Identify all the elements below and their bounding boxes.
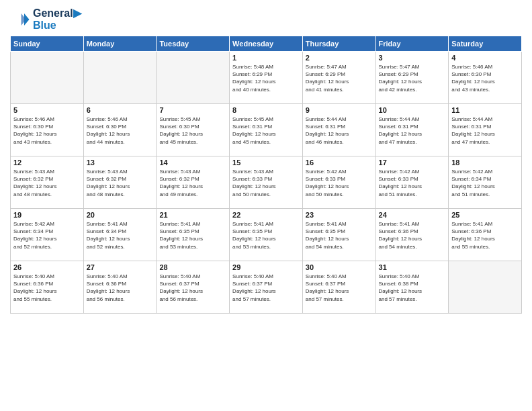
day-info: Sunrise: 5:45 AM Sunset: 6:30 PM Dayligh… [159,116,226,146]
day-number: 23 [306,211,373,219]
logo-icon [10,9,30,30]
day-number: 3 [379,54,446,62]
day-number: 8 [232,106,300,114]
day-info: Sunrise: 5:42 AM Sunset: 6:33 PM Dayligh… [379,168,446,198]
calendar-cell [157,52,230,104]
calendar-cell: 6Sunrise: 5:46 AM Sunset: 6:30 PM Daylig… [83,104,157,156]
day-info: Sunrise: 5:42 AM Sunset: 6:34 PM Dayligh… [13,220,81,250]
calendar-cell: 31Sunrise: 5:40 AM Sunset: 6:38 PM Dayli… [375,261,449,314]
calendar-page: General▶ Blue SundayMondayTuesdayWednesd… [0,0,532,411]
calendar-cell: 30Sunrise: 5:40 AM Sunset: 6:37 PM Dayli… [302,261,375,314]
calendar-cell: 26Sunrise: 5:40 AM Sunset: 6:36 PM Dayli… [11,261,84,314]
day-info: Sunrise: 5:43 AM Sunset: 6:32 PM Dayligh… [13,168,81,198]
day-info: Sunrise: 5:43 AM Sunset: 6:32 PM Dayligh… [159,168,226,198]
day-info: Sunrise: 5:41 AM Sunset: 6:35 PM Dayligh… [232,220,300,250]
calendar-cell: 2Sunrise: 5:47 AM Sunset: 6:29 PM Daylig… [302,52,375,104]
day-number: 13 [87,158,154,167]
day-number: 24 [379,211,446,219]
day-info: Sunrise: 5:46 AM Sunset: 6:30 PM Dayligh… [13,116,81,146]
day-info: Sunrise: 5:44 AM Sunset: 6:31 PM Dayligh… [306,116,373,146]
calendar-cell: 14Sunrise: 5:43 AM Sunset: 6:32 PM Dayli… [157,156,230,209]
day-number: 22 [232,211,300,219]
calendar-cell: 25Sunrise: 5:41 AM Sunset: 6:36 PM Dayli… [449,209,522,261]
day-number: 17 [379,158,446,167]
day-info: Sunrise: 5:42 AM Sunset: 6:34 PM Dayligh… [451,168,519,198]
day-info: Sunrise: 5:40 AM Sunset: 6:38 PM Dayligh… [379,273,446,303]
calendar-cell [11,52,84,104]
calendar-cell: 19Sunrise: 5:42 AM Sunset: 6:34 PM Dayli… [11,209,84,261]
day-info: Sunrise: 5:41 AM Sunset: 6:35 PM Dayligh… [159,220,226,250]
weekday-header-wednesday: Wednesday [230,36,303,52]
day-number: 31 [379,263,446,271]
calendar-cell: 22Sunrise: 5:41 AM Sunset: 6:35 PM Dayli… [230,209,303,261]
day-number: 21 [159,211,226,219]
day-info: Sunrise: 5:44 AM Sunset: 6:31 PM Dayligh… [379,116,446,146]
calendar-cell: 7Sunrise: 5:45 AM Sunset: 6:30 PM Daylig… [157,104,230,156]
day-info: Sunrise: 5:47 AM Sunset: 6:29 PM Dayligh… [379,63,446,93]
day-number: 20 [87,211,154,219]
day-number: 14 [159,158,226,167]
day-number: 25 [451,211,519,219]
calendar-cell: 1Sunrise: 5:48 AM Sunset: 6:29 PM Daylig… [230,52,303,104]
day-info: Sunrise: 5:40 AM Sunset: 6:37 PM Dayligh… [232,273,300,303]
day-number: 7 [159,106,226,114]
calendar-cell: 3Sunrise: 5:47 AM Sunset: 6:29 PM Daylig… [375,52,449,104]
day-info: Sunrise: 5:46 AM Sunset: 6:30 PM Dayligh… [451,63,519,93]
day-info: Sunrise: 5:40 AM Sunset: 6:37 PM Dayligh… [159,273,226,303]
weekday-header-saturday: Saturday [449,36,522,52]
calendar-cell: 9Sunrise: 5:44 AM Sunset: 6:31 PM Daylig… [302,104,375,156]
calendar-cell: 13Sunrise: 5:43 AM Sunset: 6:32 PM Dayli… [83,156,157,209]
week-row-1: 1Sunrise: 5:48 AM Sunset: 6:29 PM Daylig… [11,52,522,104]
day-number: 16 [306,158,373,167]
day-info: Sunrise: 5:43 AM Sunset: 6:32 PM Dayligh… [87,168,154,198]
header: General▶ Blue [10,7,522,32]
calendar-cell: 21Sunrise: 5:41 AM Sunset: 6:35 PM Dayli… [157,209,230,261]
day-info: Sunrise: 5:40 AM Sunset: 6:36 PM Dayligh… [13,273,81,303]
day-number: 10 [379,106,446,114]
calendar-cell: 10Sunrise: 5:44 AM Sunset: 6:31 PM Dayli… [375,104,449,156]
weekday-header-friday: Friday [375,36,449,52]
logo-text: General▶ Blue [33,7,81,32]
day-info: Sunrise: 5:41 AM Sunset: 6:34 PM Dayligh… [87,220,154,250]
calendar-cell: 20Sunrise: 5:41 AM Sunset: 6:34 PM Dayli… [83,209,157,261]
day-number: 9 [306,106,373,114]
day-number: 11 [451,106,519,114]
day-info: Sunrise: 5:48 AM Sunset: 6:29 PM Dayligh… [232,63,300,93]
calendar-cell: 12Sunrise: 5:43 AM Sunset: 6:32 PM Dayli… [11,156,84,209]
day-number: 4 [451,54,519,62]
calendar-cell: 15Sunrise: 5:43 AM Sunset: 6:33 PM Dayli… [230,156,303,209]
day-info: Sunrise: 5:40 AM Sunset: 6:36 PM Dayligh… [87,273,154,303]
weekday-header-sunday: Sunday [11,36,84,52]
calendar-cell: 23Sunrise: 5:41 AM Sunset: 6:35 PM Dayli… [302,209,375,261]
day-info: Sunrise: 5:46 AM Sunset: 6:30 PM Dayligh… [87,116,154,146]
calendar-cell: 5Sunrise: 5:46 AM Sunset: 6:30 PM Daylig… [11,104,84,156]
week-row-2: 5Sunrise: 5:46 AM Sunset: 6:30 PM Daylig… [11,104,522,156]
weekday-header-row: SundayMondayTuesdayWednesdayThursdayFrid… [11,36,522,52]
calendar-cell: 17Sunrise: 5:42 AM Sunset: 6:33 PM Dayli… [375,156,449,209]
weekday-header-tuesday: Tuesday [157,36,230,52]
calendar-cell: 16Sunrise: 5:42 AM Sunset: 6:33 PM Dayli… [302,156,375,209]
week-row-3: 12Sunrise: 5:43 AM Sunset: 6:32 PM Dayli… [11,156,522,209]
day-number: 2 [306,54,373,62]
day-number: 6 [87,106,154,114]
calendar-cell: 27Sunrise: 5:40 AM Sunset: 6:36 PM Dayli… [83,261,157,314]
day-info: Sunrise: 5:42 AM Sunset: 6:33 PM Dayligh… [306,168,373,198]
calendar-table: SundayMondayTuesdayWednesdayThursdayFrid… [10,36,522,314]
day-info: Sunrise: 5:45 AM Sunset: 6:31 PM Dayligh… [232,116,300,146]
weekday-header-thursday: Thursday [302,36,375,52]
calendar-cell: 24Sunrise: 5:41 AM Sunset: 6:36 PM Dayli… [375,209,449,261]
logo-area: General▶ Blue [10,7,81,32]
day-number: 30 [306,263,373,271]
day-info: Sunrise: 5:41 AM Sunset: 6:36 PM Dayligh… [379,220,446,250]
day-number: 5 [13,106,81,114]
day-info: Sunrise: 5:41 AM Sunset: 6:35 PM Dayligh… [306,220,373,250]
week-row-5: 26Sunrise: 5:40 AM Sunset: 6:36 PM Dayli… [11,261,522,314]
week-row-4: 19Sunrise: 5:42 AM Sunset: 6:34 PM Dayli… [11,209,522,261]
day-info: Sunrise: 5:40 AM Sunset: 6:37 PM Dayligh… [306,273,373,303]
calendar-cell: 11Sunrise: 5:44 AM Sunset: 6:31 PM Dayli… [449,104,522,156]
calendar-cell: 18Sunrise: 5:42 AM Sunset: 6:34 PM Dayli… [449,156,522,209]
day-number: 19 [13,211,81,219]
day-number: 12 [13,158,81,167]
calendar-cell: 29Sunrise: 5:40 AM Sunset: 6:37 PM Dayli… [230,261,303,314]
day-number: 26 [13,263,81,271]
